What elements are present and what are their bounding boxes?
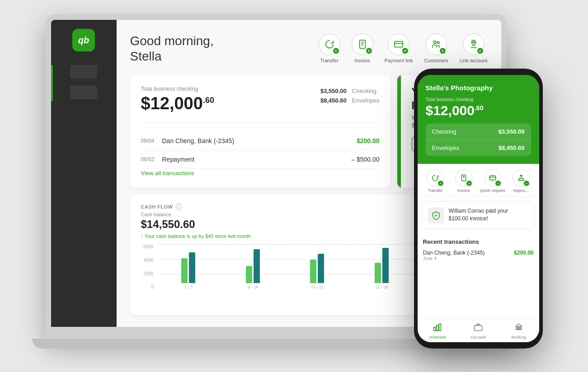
payment-link-icon: + — [388, 33, 409, 55]
quick-action-transfer[interactable]: + Transfer — [319, 33, 340, 63]
greeting-text: Good morning, Stella — [130, 33, 214, 64]
overview-nav-icon — [433, 323, 442, 334]
banking-nav-icon — [514, 323, 523, 334]
bar-green-22-28 — [375, 263, 381, 283]
bar-green-1-7 — [181, 258, 188, 283]
phone-trans-amount-1: $200.00 — [514, 250, 533, 261]
transaction-1-name: Dan Cheng, Bank (-2345) — [162, 137, 235, 144]
envelopes-amount: $8,450.60 — [320, 97, 347, 104]
phone-header: Stella's Photography Total business chec… — [418, 75, 539, 164]
sidebar-accent — [51, 65, 53, 101]
bars-1-7 — [181, 242, 195, 283]
phone-deposit-icon: + — [513, 169, 530, 186]
svg-rect-20 — [520, 326, 521, 330]
customers-label: Customers — [424, 58, 448, 63]
svg-rect-16 — [439, 324, 441, 331]
transaction-row-2[interactable]: 06/02 Repayment – $500.00 — [141, 150, 380, 169]
cash-up-text: Your cash balance is up by $45 since las… — [145, 233, 251, 239]
cashflow-info-icon[interactable]: i — [176, 204, 182, 210]
payment-link-plus-badge: + — [402, 48, 408, 54]
phone-envelopes-row[interactable]: Envelopes $8,450.60 — [426, 140, 531, 156]
svg-point-8 — [473, 42, 475, 43]
bar-teal-15-21 — [318, 254, 324, 283]
phone-balance-cents: .60 — [475, 104, 483, 112]
total-amount: $12,000.60 — [141, 94, 214, 113]
phone-recent-title: Recent transactions — [423, 238, 534, 245]
transfer-plus-badge: + — [333, 48, 339, 54]
phone-checking-label: Checking — [432, 128, 456, 135]
phone-nav-overview[interactable]: Overview — [418, 323, 458, 339]
link-account-plus-badge: + — [477, 48, 483, 54]
phone-device: Stella's Photography Total business chec… — [414, 69, 543, 349]
y-label-200k: 200K — [143, 271, 154, 276]
bars-15-21 — [310, 242, 324, 283]
phone-balance-main: $12,000 — [426, 103, 475, 118]
phone-balance: $12,000.60 — [426, 103, 531, 118]
phone-action-quick-request[interactable]: + Quick request — [478, 169, 507, 193]
transaction-1-amount: $200.00 — [357, 137, 380, 144]
overview-nav-label: Overview — [429, 335, 447, 339]
phone-deposit-label: Depos... — [513, 188, 529, 193]
total-amount-main: $12,000 — [141, 94, 203, 113]
svg-rect-15 — [437, 326, 438, 331]
phone-action-deposit[interactable]: + Depos... — [507, 169, 535, 193]
phone-balance-label: Total business checking — [426, 97, 531, 102]
phone-transfer-plus: + — [438, 181, 443, 186]
phone-action-transfer[interactable]: + Transfer — [421, 169, 450, 193]
phone-quick-request-icon: + — [484, 169, 501, 186]
bar-green-15-21 — [310, 260, 316, 283]
invoice-icon: + — [352, 33, 373, 55]
quick-action-link-account[interactable]: + Link account — [460, 33, 488, 63]
svg-rect-19 — [518, 326, 519, 330]
phone-bottom-nav: Overview Get paid Banking — [418, 319, 539, 342]
sidebar-nav-item-1[interactable] — [70, 65, 97, 79]
link-account-label: Link account — [460, 58, 488, 63]
payment-notification-text: William Corrao paid your $100.00 invoice… — [449, 207, 529, 223]
phone-recent-transactions: Recent transactions Dan Cheng, Bank (-23… — [418, 234, 539, 319]
transaction-2-date: 06/02 — [141, 156, 157, 163]
bar-label-22-28: 22 - 28 — [376, 285, 388, 289]
invoice-label: Invoice — [354, 58, 370, 63]
svg-rect-18 — [516, 326, 517, 330]
phone-action-invoice[interactable]: + Invoice — [450, 169, 478, 193]
bars-8-14 — [246, 242, 260, 283]
quick-action-invoice[interactable]: + Invoice — [352, 33, 373, 63]
bar-group-1-7: 1 - 7 — [158, 242, 219, 289]
get-paid-nav-icon — [474, 323, 483, 334]
transaction-2-left: 06/02 Repayment — [141, 156, 195, 163]
chart-y-labels: 600K 400K 200K 0 — [141, 244, 157, 289]
phone-payment-notification[interactable]: William Corrao paid your $100.00 invoice… — [422, 201, 535, 229]
phone-nav-banking[interactable]: Banking — [499, 323, 539, 339]
phone-trans-row-1[interactable]: Dan Cheng, Bank (-2345) June 4 $200.00 — [423, 250, 534, 261]
phone-trans-left-1: Dan Cheng, Bank (-2345) June 4 — [423, 250, 485, 261]
cashflow-title: CASH FLOW — [141, 204, 173, 209]
payment-link-label: Payment link — [385, 58, 413, 63]
phone-invoice-plus: + — [466, 181, 472, 186]
quick-action-customers[interactable]: + Customers — [424, 33, 448, 63]
bar-label-1-7: 1 - 7 — [184, 285, 193, 289]
total-label: Total business checking — [141, 86, 214, 92]
phone-checking-amount: $3,550.00 — [499, 128, 525, 135]
customers-plus-badge: + — [440, 48, 446, 54]
banking-card: Total business checking $12,000.60 $3,55… — [130, 75, 390, 188]
svg-point-7 — [437, 42, 439, 44]
header: Good morning, Stella + Transfer — [130, 33, 488, 64]
phone-envelopes-amount: $8,450.60 — [499, 144, 525, 151]
svg-rect-12 — [489, 176, 495, 180]
phone-business-name: Stella's Photography — [426, 84, 531, 92]
transaction-row-1[interactable]: 06/04 Dan Cheng, Bank (-2345) $200.00 — [141, 132, 380, 150]
bar-group-15-21: 15 - 21 — [287, 242, 348, 289]
svg-rect-14 — [434, 327, 436, 331]
greeting-line1: Good morning, — [130, 34, 214, 48]
sidebar-nav-item-2[interactable] — [70, 86, 97, 99]
bar-green-8-14 — [246, 266, 252, 283]
phone-deposit-plus: + — [524, 181, 529, 186]
phone-checking-row[interactable]: Checking $3,550.00 — [426, 124, 531, 140]
quick-action-payment-link[interactable]: + Payment link — [385, 33, 413, 63]
phone-invoice-label: Invoice — [457, 188, 470, 193]
view-all-transactions-link[interactable]: View all transactions — [141, 170, 194, 177]
y-label-0: 0 — [151, 284, 154, 289]
phone-nav-get-paid[interactable]: Get paid — [458, 323, 499, 339]
qb-logo-container[interactable]: qb — [72, 29, 95, 51]
svg-rect-17 — [475, 326, 482, 331]
